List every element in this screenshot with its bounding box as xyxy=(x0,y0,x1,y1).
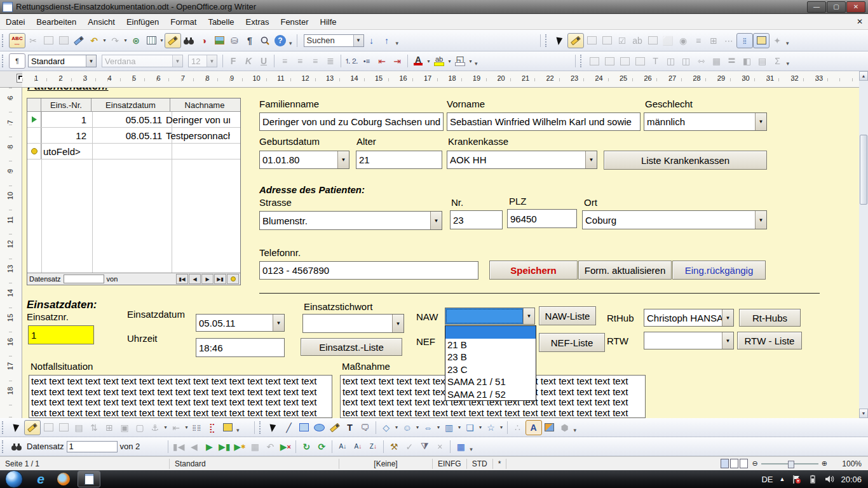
cut-icon[interactable]: ✂ xyxy=(25,34,41,48)
border-color-icon[interactable]: ◧ xyxy=(740,54,755,68)
cell-nachname[interactable]: Deringer von und zu Coburg xyxy=(164,112,230,127)
style-dropdown-icon[interactable]: ▼ xyxy=(86,55,96,67)
form-properties-icon[interactable] xyxy=(599,34,614,48)
rtw-combo[interactable]: ▼ xyxy=(644,332,734,349)
first-record-icon[interactable]: ▮◀ xyxy=(171,440,186,454)
close-button[interactable]: ✕ xyxy=(846,1,865,13)
col-eins-nr[interactable]: Eins.-Nr. xyxy=(41,98,92,111)
table-last-record-icon[interactable]: ▶▮ xyxy=(214,274,226,284)
redo-icon[interactable]: ↷ xyxy=(107,34,123,48)
table-row[interactable]: utoFeld> xyxy=(27,144,240,159)
table-record-input[interactable] xyxy=(64,274,104,283)
paste-icon[interactable] xyxy=(56,34,71,48)
justify-icon[interactable]: ≣ xyxy=(323,54,338,68)
col-einsatzdatum[interactable]: Einsatzdatum xyxy=(92,98,170,111)
search-dropdown-icon[interactable]: ▼ xyxy=(353,35,363,46)
cell-einsatzdatum[interactable]: 08.05.11 xyxy=(88,128,164,143)
scroll-down-icon[interactable]: ▼ xyxy=(859,409,868,418)
formcontrols-grip[interactable] xyxy=(545,34,550,47)
action-center-flag-icon[interactable] xyxy=(791,474,801,484)
notfallsituation-textarea[interactable]: text text text text text text text text … xyxy=(29,375,332,418)
bold-icon[interactable]: F xyxy=(226,54,241,68)
background-color-dropdown-icon[interactable]: ▾ xyxy=(468,58,473,64)
draw-ellipse-icon[interactable] xyxy=(312,421,327,435)
zoom-out-icon[interactable]: ⊖ xyxy=(752,459,758,468)
align-left-icon[interactable]: ≡ xyxy=(277,54,292,68)
list-box-icon[interactable]: ≡ xyxy=(691,34,706,48)
formatted-field-icon[interactable] xyxy=(645,34,660,48)
vertical-scrollbar[interactable]: ▲ ▼ xyxy=(859,71,868,418)
increase-indent-icon[interactable]: ⇥ xyxy=(390,54,405,68)
fd-control-properties-icon[interactable] xyxy=(41,421,56,435)
highlighting-dropdown-icon[interactable]: ▾ xyxy=(447,58,452,64)
cell-eins-nr[interactable]: 1 xyxy=(41,112,88,127)
spellcheck-icon[interactable]: ABC﹏ xyxy=(9,33,25,48)
menu-format[interactable]: Format xyxy=(165,15,202,29)
naw-liste-button[interactable]: NAW-Liste xyxy=(539,306,596,325)
callouts-dropdown-icon[interactable]: ▾ xyxy=(478,424,484,430)
help-icon[interactable]: ? xyxy=(275,35,286,46)
row-selector[interactable] xyxy=(27,128,41,143)
table-prev-record-icon[interactable]: ◀ xyxy=(189,274,201,284)
menu-hilfe[interactable]: Hilfe xyxy=(315,15,342,29)
option-button-icon[interactable]: ◉ xyxy=(675,34,691,48)
naw-option-sama-21-51[interactable]: SAMA 21 / 51 xyxy=(445,376,536,388)
new-record-row-icon[interactable] xyxy=(27,144,41,159)
naw-combo[interactable]: ▼ xyxy=(445,308,535,325)
table-row[interactable]: 105.05.11Deringer von und zu Coburg xyxy=(27,112,240,128)
extrusion-icon[interactable]: ⬢ xyxy=(557,421,573,435)
rthub-dropdown-icon[interactable]: ▼ xyxy=(722,309,733,326)
draw-line-icon[interactable]: ╱ xyxy=(281,421,297,435)
einsatzstichwort-combo[interactable]: ▼ xyxy=(302,314,404,333)
last-record-icon[interactable]: ▶▮ xyxy=(217,440,232,454)
search-combo[interactable]: Suchen ▼ xyxy=(304,34,364,47)
insert-table-icon[interactable] xyxy=(144,34,159,48)
undo-icon[interactable]: ↶ xyxy=(86,34,102,48)
ort-dropdown-icon[interactable]: ▼ xyxy=(755,211,766,229)
align-right-icon[interactable]: ≡ xyxy=(308,54,323,68)
formcontrols-overflow-icon[interactable]: ▾ xyxy=(786,40,789,46)
drawing-overflow-icon[interactable]: ▾ xyxy=(574,427,577,433)
strasse-dropdown-icon[interactable]: ▼ xyxy=(430,212,442,229)
table-next-record-icon[interactable]: ▶ xyxy=(201,274,214,284)
cell-nachname[interactable]: Testpersonnachname xyxy=(164,128,230,143)
toolbar-overflow-icon[interactable]: ▾ xyxy=(289,40,292,46)
formatting-marks-icon[interactable]: ¶ xyxy=(242,34,257,48)
table-new-record-icon[interactable] xyxy=(227,274,239,284)
table-first-record-icon[interactable]: ▮◀ xyxy=(176,274,188,284)
cell-einsatzdatum[interactable] xyxy=(88,144,164,159)
vertical-ruler[interactable]: 6789101112131415161718 xyxy=(0,88,22,418)
fd-form-properties-icon[interactable] xyxy=(56,421,71,435)
start-button[interactable] xyxy=(5,470,23,488)
stars-icon[interactable]: ☆ xyxy=(484,421,499,435)
undo-dropdown-icon[interactable]: ▾ xyxy=(102,37,107,43)
einsatzstichwort-dropdown-icon[interactable]: ▼ xyxy=(392,315,403,332)
redo-dropdown-icon[interactable]: ▾ xyxy=(123,37,128,43)
borders-icon[interactable]: ▦ xyxy=(709,54,724,68)
data-source-as-table-icon[interactable]: ▦ xyxy=(453,440,468,454)
menu-extras[interactable]: Extras xyxy=(240,15,275,29)
vorname-input[interactable]: Sebastian Winfried Wilhelm Karl und sowi… xyxy=(447,112,641,131)
block-arrows-icon[interactable]: ⇔ xyxy=(421,421,436,435)
menu-einfügen[interactable]: Einfügen xyxy=(121,15,165,29)
patient-table-control[interactable]: Eins.-Nr. Einsatzdatum Nachname 105.05.1… xyxy=(27,98,241,285)
view-book-icon[interactable] xyxy=(740,459,748,468)
paragraph-style-combo[interactable]: Standard ▼ xyxy=(28,55,97,67)
formdesign-grip[interactable] xyxy=(2,421,6,434)
menu-fenster[interactable]: Fenster xyxy=(275,15,314,29)
status-zoom-value[interactable]: 100% xyxy=(831,459,862,468)
combo-box-icon[interactable]: ⊞ xyxy=(706,34,721,48)
tray-clock[interactable]: 20:06 xyxy=(841,475,862,484)
geburtsdatum-dropdown-icon[interactable]: ▼ xyxy=(337,151,349,168)
strasse-combo[interactable]: Blumenstr.▼ xyxy=(259,211,442,230)
menu-tabelle[interactable]: Tabelle xyxy=(202,15,240,29)
scroll-up-icon[interactable]: ▲ xyxy=(859,71,868,81)
insert-table-dropdown-icon[interactable]: ▾ xyxy=(159,37,165,43)
einsatzst-liste-button[interactable]: Einsatzst.-Liste xyxy=(301,338,402,356)
record-number-input[interactable]: 1 xyxy=(67,441,118,452)
rtw-liste-button[interactable]: RTW - Liste xyxy=(737,332,802,349)
gallery-icon[interactable] xyxy=(212,34,227,48)
prev-record-icon[interactable]: ◀ xyxy=(186,440,201,454)
hyperlink-icon[interactable]: ⊛ xyxy=(128,34,144,48)
underline-icon[interactable]: U xyxy=(256,54,271,68)
